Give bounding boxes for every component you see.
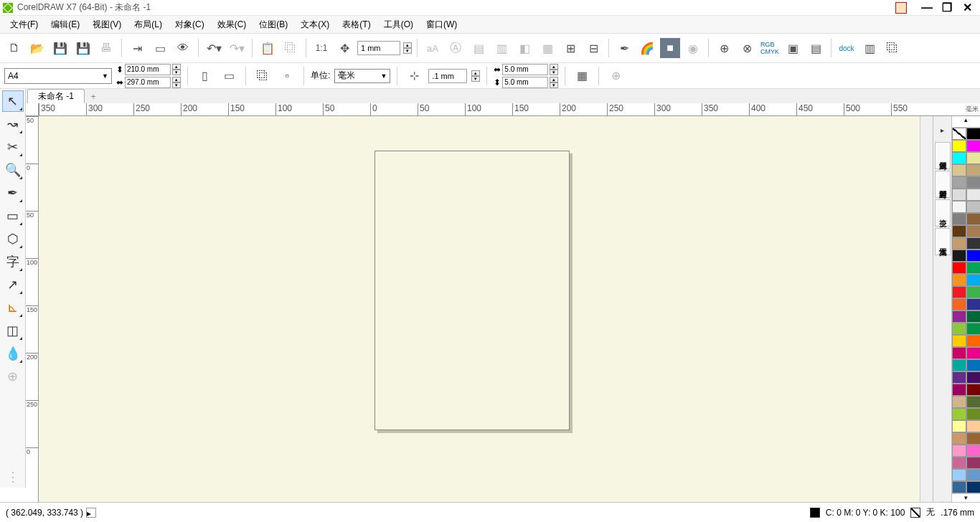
color-swatch[interactable]: [952, 420, 966, 432]
shape-tool[interactable]: ↝: [2, 113, 24, 135]
color-swatch[interactable]: [966, 310, 980, 323]
menu-object[interactable]: 对象(C): [169, 17, 210, 32]
menu-view[interactable]: 视图(V): [87, 17, 127, 32]
color-swatch[interactable]: [966, 432, 980, 445]
horizontal-ruler[interactable]: 3503002502001501005005010015020025030035…: [39, 103, 980, 116]
page-width-input[interactable]: [125, 64, 171, 75]
unit-select[interactable]: 毫米▼: [334, 69, 390, 83]
color-swatch[interactable]: [952, 347, 966, 359]
docker-text-properties[interactable]: 文本属性: [935, 228, 951, 255]
color-swatch[interactable]: [952, 371, 966, 384]
rgb-icon[interactable]: RGBCMYK: [760, 38, 780, 58]
ellipse-tool[interactable]: ⬡: [2, 228, 24, 250]
menu-layout[interactable]: 布局(L): [128, 17, 168, 32]
landscape-icon[interactable]: ▭: [219, 66, 239, 86]
menu-bitmap[interactable]: 位图(B): [253, 17, 293, 32]
menu-effect[interactable]: 效果(C): [212, 17, 253, 32]
color-swatch[interactable]: [966, 469, 980, 481]
user-icon[interactable]: [895, 2, 907, 14]
publish-icon[interactable]: 👁: [173, 38, 193, 58]
clipboard-icon[interactable]: 📋: [258, 38, 278, 58]
color-swatch[interactable]: [952, 250, 966, 262]
color-swatch[interactable]: [952, 286, 966, 298]
color-swatch[interactable]: [952, 164, 966, 176]
move-icon[interactable]: ✥: [334, 38, 354, 58]
color-swatch[interactable]: [952, 201, 966, 213]
color-swatch[interactable]: [952, 323, 966, 335]
color-swatch[interactable]: [952, 310, 966, 323]
docker-expand-icon[interactable]: ▸: [932, 119, 953, 141]
menu-text[interactable]: 文本(X): [295, 17, 335, 32]
text-outline-icon[interactable]: Ⓐ: [446, 38, 466, 58]
color-swatch[interactable]: [966, 481, 980, 493]
grid-icon[interactable]: ⊗: [737, 38, 757, 58]
color-swatch[interactable]: [952, 408, 966, 420]
nudge2-input[interactable]: [428, 69, 467, 83]
menu-edit[interactable]: 编辑(E): [45, 17, 85, 32]
color-swatch[interactable]: [952, 128, 966, 140]
color-swatch[interactable]: [966, 408, 980, 420]
print-icon[interactable]: 🖶: [96, 38, 116, 58]
color-swatch[interactable]: [952, 176, 966, 189]
color-swatch[interactable]: [966, 201, 980, 213]
color-swatch[interactable]: [966, 359, 980, 371]
zoom-ratio-icon[interactable]: 1:1: [311, 38, 331, 58]
weld-icon[interactable]: ⊟: [583, 38, 603, 58]
add-tool[interactable]: ⊕: [2, 366, 24, 387]
copy-icon[interactable]: ⿻: [281, 38, 301, 58]
add-document-button[interactable]: +: [86, 90, 100, 103]
opt1-icon[interactable]: ▣: [783, 38, 803, 58]
menu-file[interactable]: 文件(F): [4, 17, 44, 32]
color-swatch[interactable]: [966, 384, 980, 396]
align-icon[interactable]: ▤: [468, 38, 489, 58]
color-swatch[interactable]: [966, 298, 980, 310]
color-swatch[interactable]: [952, 213, 966, 225]
zoom-tool[interactable]: 🔍: [2, 159, 24, 181]
dupx-input[interactable]: [502, 64, 548, 75]
color-swatch[interactable]: [966, 213, 980, 225]
fill-swatch-icon[interactable]: [810, 508, 820, 518]
combine-icon[interactable]: ⊞: [560, 38, 580, 58]
color-swatch[interactable]: [966, 262, 980, 274]
paper-size-select[interactable]: A4▼: [4, 68, 112, 84]
save-icon[interactable]: 💾: [50, 38, 70, 58]
canvas[interactable]: [39, 116, 920, 516]
maximize-button[interactable]: ❐: [940, 1, 954, 15]
menu-window[interactable]: 窗口(W): [420, 17, 463, 32]
color-swatch[interactable]: [952, 152, 966, 164]
freehand-tool[interactable]: ✒: [2, 182, 24, 204]
docker-object-properties[interactable]: 对象属性: [935, 142, 951, 169]
color-swatch[interactable]: [952, 274, 966, 286]
color-swatch[interactable]: [952, 396, 966, 408]
color-swatch[interactable]: [952, 140, 966, 152]
dock-icon[interactable]: dock: [837, 38, 857, 58]
snap-icon[interactable]: ⊕: [714, 38, 734, 58]
page[interactable]: [374, 151, 570, 430]
color-swatch[interactable]: [966, 347, 980, 359]
color-swatch[interactable]: [952, 384, 966, 396]
color-swatch[interactable]: [952, 481, 966, 493]
quick-custom[interactable]: ⋮: [2, 466, 24, 488]
color-swatch[interactable]: [966, 371, 980, 384]
rectangle-tool[interactable]: ▭: [2, 205, 24, 227]
import-icon[interactable]: ⇥: [127, 38, 147, 58]
color-swatch[interactable]: [952, 432, 966, 445]
color-swatch[interactable]: [966, 396, 980, 408]
docker-object-manager[interactable]: 对象管理器: [935, 171, 951, 198]
color-swatch[interactable]: [966, 152, 980, 164]
color-swatch[interactable]: [966, 457, 980, 469]
text-size-icon[interactable]: aA: [423, 38, 443, 58]
connector-tool[interactable]: ⊾: [2, 297, 24, 318]
vertical-ruler[interactable]: 500501001502002500: [26, 116, 39, 516]
currentpage-icon[interactable]: ▫: [277, 66, 297, 86]
color-swatch[interactable]: [952, 457, 966, 469]
order-icon[interactable]: ◧: [514, 38, 534, 58]
ruler-icon[interactable]: ▥: [859, 38, 880, 58]
color-swatch[interactable]: [966, 140, 980, 152]
dimension-tool[interactable]: ↗: [2, 274, 24, 295]
width-spinner[interactable]: ▴▾: [172, 64, 181, 75]
color-swatch[interactable]: [966, 335, 980, 347]
docker-transform[interactable]: 变换: [935, 199, 951, 227]
color-swatch[interactable]: [952, 335, 966, 347]
portrait-icon[interactable]: ▯: [194, 66, 215, 86]
